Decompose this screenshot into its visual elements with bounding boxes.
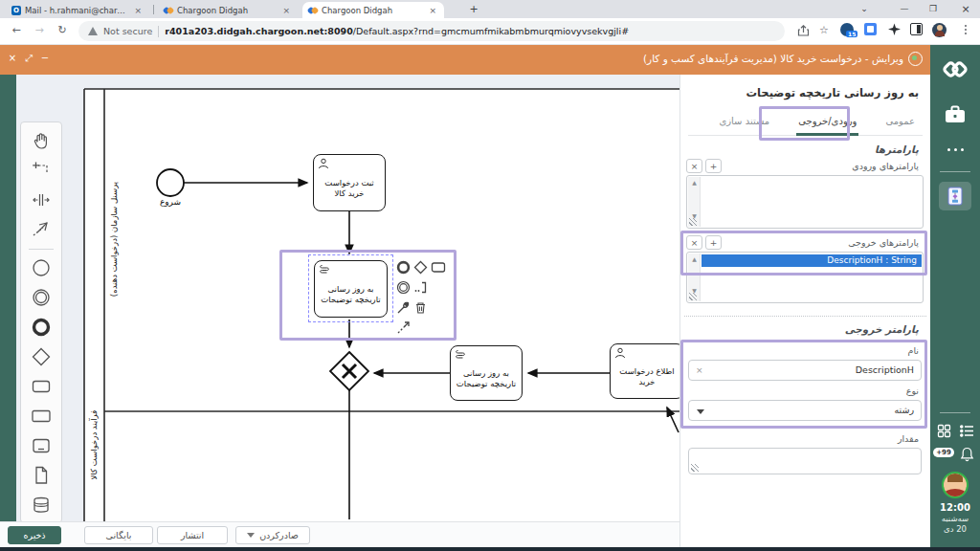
sidebar-divider (940, 412, 970, 413)
task-label: به روز رسانی تاریخچه توضیحات (453, 360, 520, 398)
validation-button[interactable]: اعتبار سنجی (564, 95, 633, 116)
palette-divider (29, 249, 54, 250)
bpmn-task-update-history-2[interactable]: به روز رسانی تاریخچه توضیحات (450, 345, 523, 401)
window-restore-icon[interactable]: ❐ (921, 0, 946, 18)
annotation-box-name-type (680, 340, 927, 429)
bpmn-task-notify-request[interactable]: اطلاع درخواست خرید (610, 343, 684, 399)
input-params-label: پارامترهای ورودی (852, 161, 919, 171)
save-button[interactable]: ذخیره (8, 526, 61, 544)
process-edit-icon (908, 52, 923, 66)
app-title-bar: × ⤢ − ویرایش - درخواست خرید کالا (مدیریت… (0, 45, 930, 75)
create-participant-icon[interactable] (27, 402, 56, 430)
section-separator (684, 316, 926, 317)
export-label: صادرکردن (259, 530, 299, 540)
annotation-box-active-tab (759, 106, 850, 141)
input-params-listbox[interactable]: ▲▼ (686, 175, 924, 229)
extension-translate-icon[interactable] (864, 23, 877, 35)
extension-teams-icon[interactable]: 15 (840, 23, 854, 36)
more-apps-icon[interactable] (930, 148, 980, 151)
browser-tab-didgah-2-active[interactable]: Chargoon Didgah × (302, 2, 444, 18)
window-close-icon[interactable]: × (953, 0, 978, 18)
bell-icon[interactable] (942, 447, 980, 462)
url-field[interactable]: Not secure r401a203.didgah.chargoon.net:… (78, 21, 785, 41)
create-data-object-icon[interactable] (27, 461, 56, 490)
browser-tab-strip: O Mail - h.rahmani@chargoon.com × Chargo… (0, 0, 980, 18)
resize-handle[interactable] (689, 218, 697, 226)
window-chevron-icon[interactable]: ⌄ (852, 0, 877, 18)
not-secure-label: Not secure (103, 26, 152, 36)
app-left-edge (0, 75, 16, 521)
forward-icon[interactable]: → (31, 22, 48, 39)
value-label: مقدار (898, 433, 919, 444)
resize-handle[interactable] (691, 464, 699, 472)
create-data-store-icon[interactable] (27, 491, 56, 519)
browser-tab-mail[interactable]: O Mail - h.rahmani@chargoon.com × (6, 2, 149, 18)
reading-mode-icon[interactable] (910, 23, 923, 35)
token-simulation-label: شبیه‌سازی توکن (497, 95, 547, 116)
sidebar-divider (940, 171, 970, 172)
create-start-event-icon[interactable] (27, 253, 56, 282)
date-label: 20 دی (930, 524, 980, 534)
hand-tool-icon[interactable] (27, 126, 56, 155)
lasso-tool-icon[interactable] (27, 156, 56, 185)
extension-pinwheel-icon[interactable] (888, 23, 901, 35)
properties-panel: به روز رسانی تاریخچه توضیحات عمومی ورودی… (679, 75, 930, 551)
resize-handle[interactable] (689, 293, 697, 300)
tab-general[interactable]: عمومی (883, 109, 917, 136)
task-label: ثبت درخواست خرید کالا (316, 168, 383, 209)
tab-close-icon[interactable]: × (132, 6, 144, 15)
user-avatar[interactable] (942, 472, 969, 498)
reload-icon[interactable]: ↻ (54, 22, 71, 39)
app-maximize-icon[interactable]: ⤢ (22, 53, 35, 64)
app-close-icon[interactable]: × (6, 53, 19, 63)
export-button[interactable]: صادرکردن (235, 526, 310, 544)
chargoon-logo-icon (930, 55, 980, 82)
bookmark-star-icon[interactable]: ☆ (815, 22, 833, 39)
bottom-action-bar: ذخیره بایگانی انتشار صادرکردن (0, 521, 679, 547)
annotation-box-output-params (680, 231, 927, 276)
create-end-event-icon[interactable] (27, 313, 56, 342)
token-simulation-button[interactable]: شبیه‌سازی توکن (476, 95, 556, 116)
archive-button[interactable]: بایگانی (84, 526, 153, 544)
url-domain: r401a203.didgah.chargoon.net:8090 (165, 26, 353, 36)
window-minimize-icon[interactable]: — (892, 0, 917, 18)
output-param-header: پارامتر خروجی (845, 323, 919, 335)
annotation-box-selected-task (279, 250, 457, 341)
create-subprocess-icon[interactable] (27, 431, 56, 460)
create-intermediate-event-icon[interactable] (27, 283, 56, 312)
browser-tab-didgah-1[interactable]: Chargoon Didgah × (158, 2, 298, 18)
briefcase-icon[interactable] (930, 104, 980, 125)
input-params-remove-button[interactable]: × (686, 159, 702, 173)
task-list-icon[interactable] (942, 424, 980, 438)
tab-label: Mail - h.rahmani@chargoon.com (25, 6, 128, 15)
task-label: اطلاع درخواست خرید (612, 358, 681, 396)
create-task-icon[interactable] (27, 372, 56, 401)
panel-title: به روز رسانی تاریخچه توضیحات (746, 86, 919, 99)
process-designer-active-icon[interactable] (939, 182, 971, 210)
value-textarea[interactable] (688, 448, 922, 474)
bpmn-task-register-request[interactable]: ثبت درخواست خرید کالا (313, 154, 386, 211)
app-minimize-icon[interactable]: − (38, 53, 52, 63)
input-params-add-button[interactable]: + (705, 159, 722, 173)
global-connect-tool-icon[interactable] (27, 215, 56, 244)
profile-avatar[interactable] (932, 23, 947, 37)
share-icon[interactable] (794, 22, 812, 39)
browser-address-bar: ← → ↻ Not secure r401a203.didgah.chargoo… (0, 18, 980, 45)
extension-badge: 15 (846, 31, 858, 37)
start-event-label: شروع (149, 197, 191, 207)
pool-label: فرآیند درخواست کالا (89, 378, 99, 512)
tab-close-icon[interactable]: × (280, 6, 292, 15)
create-gateway-icon[interactable] (27, 342, 56, 371)
tab-close-icon[interactable]: × (427, 6, 438, 15)
chargoon-favicon (164, 6, 173, 15)
weekday-label: سه‌شنبه (930, 514, 980, 523)
new-tab-button[interactable]: + (464, 0, 483, 18)
publish-button[interactable]: انتشار (157, 526, 228, 544)
back-icon[interactable]: ← (8, 22, 25, 39)
lane-label: پرسنل سازمان (درخواست دهنده) (109, 158, 119, 320)
clock-time: 12:00 (930, 502, 980, 513)
outlook-icon: O (11, 6, 21, 15)
space-tool-icon[interactable] (27, 186, 56, 214)
chevron-down-icon (247, 533, 255, 538)
browser-menu-icon[interactable] (957, 22, 974, 39)
